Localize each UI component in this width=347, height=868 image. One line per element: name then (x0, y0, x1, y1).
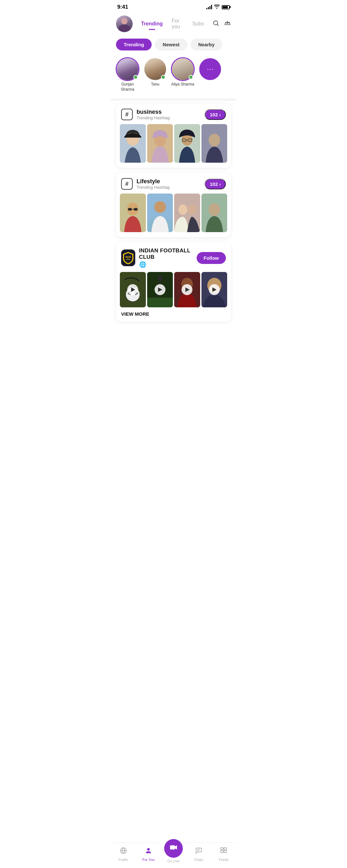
hashtag-count-badge[interactable]: 102 › (205, 109, 226, 120)
status-bar: 9:41 (111, 0, 236, 13)
status-time: 9:41 (117, 4, 128, 10)
more-stories-button[interactable]: ··· (199, 58, 221, 80)
filter-row: Trending Newest Nearby (111, 36, 236, 56)
photos-grid (116, 124, 231, 163)
more-stories-wrap: ··· (199, 58, 221, 80)
filter-nearby[interactable]: Nearby (191, 38, 222, 51)
photo-thumb[interactable] (120, 193, 146, 232)
club-logo: WCR (121, 249, 135, 266)
header-icons (212, 20, 231, 28)
story-name: Aliya Sharma (171, 82, 194, 87)
svg-rect-15 (134, 208, 137, 211)
svg-point-22 (187, 205, 196, 215)
hashtag-header: # business Trending Hashtag 102 › (116, 103, 231, 124)
story-avatar-wrap (117, 58, 138, 80)
svg-point-31 (157, 276, 163, 281)
video-thumb[interactable] (147, 272, 173, 307)
hashtag-info: business Trending Hashtag (136, 108, 170, 120)
club-globe-icon: 🌐 (139, 261, 197, 268)
photo-thumb[interactable] (201, 193, 227, 232)
view-more-button[interactable]: VIEW MORE (116, 307, 231, 317)
hashtag-subtitle: Trending Hashtag (136, 116, 170, 120)
story-item[interactable]: Tanu (144, 58, 166, 87)
photo-thumb[interactable] (120, 124, 146, 163)
svg-point-21 (178, 205, 187, 215)
hashtag-card-lifestyle: # Lifestyle Trending Hashtag 102 › (116, 173, 231, 237)
follow-button[interactable]: Follow (197, 252, 226, 264)
hashtag-info: Lifestyle Trending Hashtag (136, 178, 170, 190)
play-button[interactable] (155, 284, 165, 295)
chevron-right-icon: › (219, 181, 221, 187)
video-thumb[interactable] (120, 272, 146, 307)
svg-rect-30 (147, 298, 173, 307)
battery-icon (222, 5, 230, 9)
section-divider (111, 98, 236, 101)
chevron-right-icon: › (219, 112, 221, 117)
hashtag-header: # Lifestyle Trending Hashtag 102 › (116, 173, 231, 193)
hashtag-card-business: # business Trending Hashtag 102 › (116, 103, 231, 168)
hashtag-subtitle: Trending Hashtag (136, 185, 170, 190)
svg-point-24 (209, 203, 220, 216)
story-avatar-wrap (172, 58, 194, 80)
more-stories-icon: ··· (199, 58, 221, 80)
svg-text:WCR: WCR (125, 256, 131, 258)
story-name: Tanu (151, 82, 159, 87)
online-dot (189, 75, 193, 80)
nav-tabs: Trending For you Subs (136, 16, 209, 31)
photo-thumb[interactable] (174, 193, 200, 232)
online-dot (161, 75, 165, 80)
hashtag-name: Lifestyle (136, 178, 170, 185)
story-avatar-wrap (144, 58, 166, 80)
stories-row: Gunjan Sharma Tanu (111, 56, 236, 97)
header: Trending For you Subs (111, 13, 236, 36)
online-dot (133, 75, 138, 80)
story-item[interactable]: Gunjan Sharma (116, 58, 139, 92)
club-videos-grid (116, 272, 231, 307)
count-value: 102 (210, 112, 218, 117)
hashtag-left: # business Trending Hashtag (121, 108, 170, 120)
crown-icon[interactable] (224, 20, 231, 28)
hash-icon: # (121, 108, 133, 120)
photo-thumb[interactable] (201, 124, 227, 163)
tab-subs[interactable]: Subs (188, 19, 209, 29)
svg-point-11 (209, 134, 220, 147)
app-container: 9:41 (111, 0, 236, 356)
photo-thumb[interactable] (147, 193, 173, 232)
photo-thumb[interactable] (174, 124, 200, 163)
user-avatar[interactable] (116, 16, 133, 32)
story-item[interactable]: Aliya Sharma (171, 58, 194, 87)
play-button[interactable] (127, 284, 138, 295)
story-name: Gunjan Sharma (116, 82, 139, 92)
count-value: 102 (210, 181, 218, 187)
club-header: WCR INDIAN FOOTBALL CLUB 🌐 Follow (116, 242, 231, 272)
tab-trending[interactable]: Trending (136, 19, 167, 29)
hashtag-name: business (136, 108, 170, 116)
club-card: WCR INDIAN FOOTBALL CLUB 🌐 Follow (116, 242, 231, 322)
play-button[interactable] (209, 284, 220, 295)
club-left: WCR INDIAN FOOTBALL CLUB 🌐 (121, 248, 197, 268)
filter-newest[interactable]: Newest (155, 38, 187, 51)
video-thumb[interactable] (174, 272, 200, 307)
signal-icon (206, 5, 212, 9)
video-thumb[interactable] (201, 272, 227, 307)
status-icons (206, 4, 230, 10)
wifi-icon (214, 4, 220, 10)
play-button[interactable] (182, 284, 192, 295)
tab-for-you[interactable]: For you (167, 16, 188, 31)
search-icon[interactable] (212, 20, 219, 28)
club-info: INDIAN FOOTBALL CLUB 🌐 (139, 248, 197, 268)
photos-grid (116, 193, 231, 232)
svg-rect-14 (128, 208, 132, 211)
svg-point-19 (154, 201, 166, 213)
hashtag-count-badge[interactable]: 102 › (205, 179, 226, 189)
hashtag-left: # Lifestyle Trending Hashtag (121, 178, 170, 190)
filter-trending[interactable]: Trending (116, 38, 152, 51)
hash-icon: # (121, 178, 133, 190)
photo-thumb[interactable] (147, 124, 173, 163)
club-name: INDIAN FOOTBALL CLUB (139, 248, 197, 260)
